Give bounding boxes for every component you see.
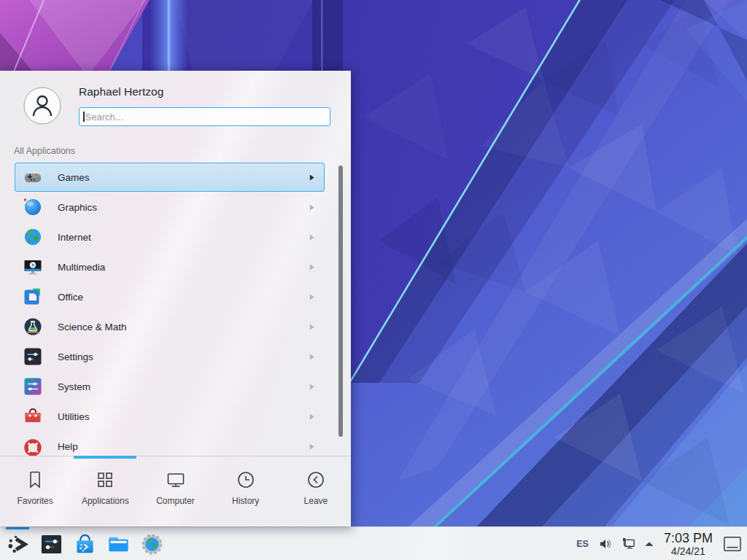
keyboard-layout-indicator[interactable]: ES — [576, 539, 589, 549]
web-browser-icon — [141, 533, 163, 556]
system-settings-icon — [40, 533, 63, 556]
globe-icon — [23, 227, 43, 247]
tab-label: Leave — [304, 496, 328, 506]
discover-icon — [74, 533, 96, 556]
app-category-label: Utilities — [58, 411, 90, 422]
search-input[interactable]: Search... — [79, 107, 330, 126]
submenu-arrow-icon — [309, 383, 315, 391]
expand-arrow-icon[interactable] — [643, 540, 655, 548]
file-manager-icon — [107, 533, 130, 556]
taskbar-launcher-system-settings[interactable] — [34, 527, 68, 560]
application-category-list: GamesGraphicsInternetMultimediaOfficeSci… — [0, 162, 351, 456]
section-label: All Applications — [14, 146, 75, 156]
launcher-header: Raphael Hertzog Search... — [0, 71, 351, 136]
tab-computer[interactable]: Computer — [140, 456, 210, 527]
taskbar-launcher-file-manager[interactable] — [101, 527, 135, 560]
leave-icon — [305, 469, 327, 491]
text-caret — [83, 112, 85, 122]
tab-label: Applications — [82, 496, 129, 506]
toolbox-icon — [23, 406, 43, 427]
app-launcher-icon — [7, 533, 29, 556]
computer-icon — [165, 469, 187, 491]
tab-history[interactable]: History — [211, 456, 281, 527]
tab-favorites[interactable]: Favorites — [0, 456, 70, 527]
app-category-internet[interactable]: Internet — [15, 222, 325, 252]
app-category-label: Games — [58, 172, 90, 183]
submenu-arrow-icon — [309, 353, 315, 361]
submenu-arrow-icon — [309, 174, 315, 182]
submenu-arrow-icon — [309, 203, 315, 211]
app-category-label: Settings — [58, 351, 93, 362]
digital-clock[interactable]: 7:03 PM 4/24/21 — [664, 531, 713, 557]
search-placeholder: Search... — [85, 112, 123, 122]
taskbar: ES 7:03 PM 4/24/21 — [0, 526, 747, 560]
app-category-label: Graphics — [58, 202, 97, 213]
tab-leave[interactable]: Leave — [281, 456, 351, 527]
submenu-arrow-icon — [309, 323, 315, 331]
application-launcher-menu: Raphael Hertzog Search... All Applicatio… — [0, 71, 351, 526]
show-desktop-button[interactable] — [721, 527, 743, 560]
submenu-arrow-icon — [309, 293, 315, 301]
clock-date: 4/24/21 — [671, 545, 705, 557]
office-document-icon — [23, 287, 43, 307]
app-category-label: Science & Math — [58, 322, 127, 332]
app-category-settings[interactable]: Settings — [15, 342, 325, 371]
desktop: Raphael Hertzog Search... All Applicatio… — [0, 0, 747, 560]
taskbar-launcher-web-browser[interactable] — [135, 527, 169, 560]
settings-sliders-icon — [23, 346, 43, 367]
tab-label: Favorites — [17, 496, 53, 506]
app-category-multimedia[interactable]: Multimedia — [15, 252, 325, 281]
system-tray: ES 7:03 PM 4/24/21 — [576, 527, 747, 560]
app-category-help[interactable]: Help — [15, 432, 325, 456]
bookmark-icon — [24, 469, 46, 491]
clock-time: 7:03 PM — [664, 531, 713, 545]
help-lifebuoy-icon — [23, 436, 43, 456]
tab-applications[interactable]: Applications — [70, 456, 140, 527]
science-flask-icon — [23, 316, 43, 337]
taskbar-launcher-application-launcher[interactable] — [1, 527, 34, 560]
app-category-utilities[interactable]: Utilities — [15, 402, 325, 431]
system-sliders-icon — [23, 376, 43, 397]
submenu-arrow-icon — [309, 233, 315, 241]
tab-label: Computer — [156, 496, 195, 506]
submenu-arrow-icon — [309, 413, 315, 421]
scrollbar[interactable] — [338, 166, 343, 437]
taskbar-launchers — [1, 527, 169, 560]
submenu-arrow-icon — [309, 443, 315, 451]
gamepad-icon — [23, 167, 43, 187]
app-category-science-math[interactable]: Science & Math — [15, 312, 325, 341]
app-category-label: Multimedia — [58, 262, 105, 273]
submenu-arrow-icon — [309, 263, 315, 271]
graphics-sphere-icon — [23, 197, 43, 217]
tab-label: History — [232, 496, 259, 506]
app-category-label: Help — [58, 441, 78, 452]
history-clock-icon — [235, 469, 257, 491]
app-category-system[interactable]: System — [15, 372, 325, 401]
app-category-office[interactable]: Office — [15, 282, 325, 311]
app-grid-icon — [94, 469, 116, 491]
user-name: Raphael Hertzog — [79, 85, 163, 98]
app-category-graphics[interactable]: Graphics — [15, 192, 325, 222]
app-category-label: System — [58, 381, 90, 392]
taskbar-launcher-discover[interactable] — [68, 527, 101, 560]
multimedia-monitor-icon — [23, 257, 43, 277]
app-category-label: Internet — [58, 232, 91, 243]
launcher-tab-bar: FavoritesApplicationsComputerHistoryLeav… — [0, 456, 351, 527]
app-category-label: Office — [58, 292, 83, 303]
network-icon[interactable] — [620, 535, 638, 553]
volume-icon[interactable] — [597, 535, 614, 553]
user-avatar-icon[interactable] — [23, 87, 61, 125]
app-category-games[interactable]: Games — [15, 163, 325, 192]
